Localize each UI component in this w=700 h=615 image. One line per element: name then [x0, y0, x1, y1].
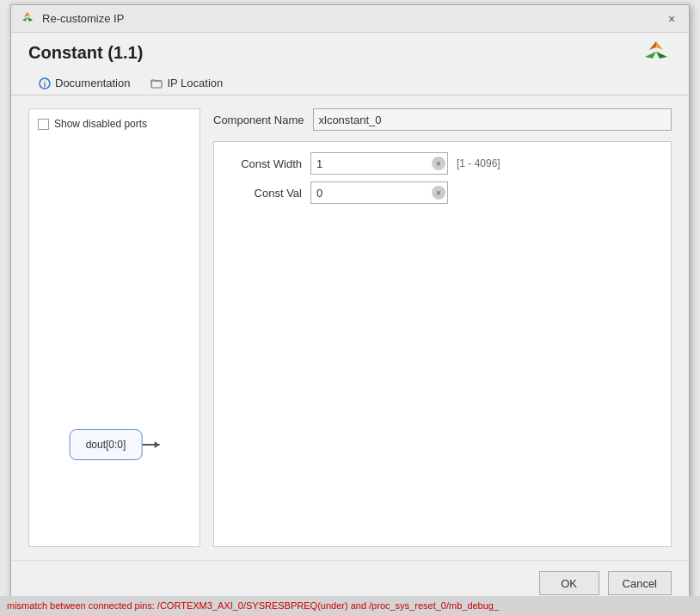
right-panel: Component Name Const Width × [1 - 4096] …: [213, 108, 672, 547]
status-text: mismatch between connected pins: /CORTEX…: [7, 600, 499, 611]
info-icon: i: [39, 77, 51, 89]
dialog: Re-customize IP × Constant (1.1) i: [10, 4, 690, 606]
svg-marker-0: [28, 12, 31, 17]
const-val-label: Const Val: [224, 187, 302, 200]
svg-marker-11: [656, 59, 663, 68]
nav-tabs: i Documentation IP Location: [11, 71, 689, 95]
svg-marker-3: [28, 17, 33, 22]
const-width-hint: [1 - 4096]: [457, 157, 500, 169]
const-val-input-wrapper: ×: [310, 181, 448, 204]
component-diagram: dout[0:0]: [70, 429, 160, 460]
tab-documentation[interactable]: i Documentation: [28, 71, 140, 95]
component-name-row: Component Name: [213, 108, 672, 131]
param-row-const-width: Const Width × [1 - 4096]: [224, 152, 660, 175]
left-panel: Show disabled ports dout[0:0]: [28, 108, 200, 547]
folder-icon: [150, 77, 163, 89]
component-name-input[interactable]: [313, 108, 672, 131]
svg-marker-9: [656, 52, 667, 58]
vivado-logo: [641, 40, 672, 71]
title-bar: Re-customize IP ×: [11, 5, 689, 33]
svg-marker-6: [656, 41, 663, 50]
ok-button[interactable]: OK: [539, 571, 599, 595]
svg-text:i: i: [44, 80, 46, 89]
svg-marker-1: [24, 12, 28, 17]
dialog-title-bar-text: Re-customize IP: [42, 12, 124, 25]
component-name-label: Component Name: [213, 114, 304, 126]
component-port-label: dout[0:0]: [86, 439, 126, 451]
const-width-clear-button[interactable]: ×: [432, 157, 445, 170]
app-icon: [20, 11, 35, 27]
close-button[interactable]: ×: [663, 10, 680, 28]
const-width-input[interactable]: [310, 152, 448, 175]
dialog-heading: Constant (1.1): [28, 43, 672, 63]
const-val-input[interactable]: [310, 181, 448, 204]
tab-ip-location[interactable]: IP Location: [140, 71, 233, 95]
tab-ip-location-label: IP Location: [167, 77, 223, 89]
port-arrow: [142, 444, 159, 446]
show-disabled-ports-label[interactable]: Show disabled ports: [38, 118, 147, 130]
svg-marker-7: [649, 41, 656, 50]
status-bar: mismatch between connected pins: /CORTEX…: [0, 596, 700, 615]
svg-marker-8: [645, 52, 656, 58]
svg-marker-2: [22, 17, 28, 22]
show-disabled-ports-text: Show disabled ports: [54, 118, 147, 130]
svg-marker-10: [649, 59, 656, 68]
dialog-content: Show disabled ports dout[0:0] Component …: [11, 95, 689, 560]
tab-documentation-label: Documentation: [55, 77, 130, 89]
dialog-header: Constant (1.1): [11, 33, 689, 71]
const-width-input-wrapper: ×: [310, 152, 448, 175]
show-disabled-ports-checkbox[interactable]: [38, 119, 49, 130]
logo-area: [641, 40, 672, 73]
cancel-button[interactable]: Cancel: [608, 571, 672, 595]
component-block: dout[0:0]: [70, 429, 143, 460]
title-bar-left: Re-customize IP: [20, 11, 124, 27]
const-val-clear-button[interactable]: ×: [432, 186, 445, 200]
const-width-label: Const Width: [224, 157, 302, 170]
params-box: Const Width × [1 - 4096] Const Val ×: [213, 141, 672, 547]
param-row-const-val: Const Val ×: [224, 181, 660, 204]
svg-rect-14: [151, 81, 162, 88]
